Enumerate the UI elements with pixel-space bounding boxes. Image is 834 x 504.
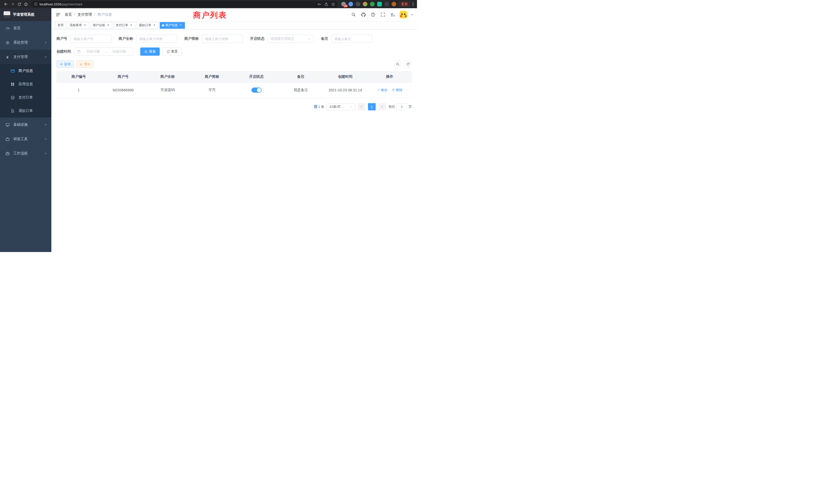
sidebar-item-system[interactable]: 系统管理 [0,36,51,50]
user-caret-down-icon[interactable]: ▾ [411,13,413,17]
sidebar-item-devtools[interactable]: 研发工具 [0,132,51,146]
close-icon[interactable]: × [83,24,87,27]
close-icon[interactable]: × [153,24,156,27]
remark-input[interactable] [331,35,372,43]
sidebar-item-home[interactable]: 首页 [0,21,51,36]
profile-avatar-icon[interactable] [392,2,396,6]
reload-icon[interactable] [16,1,23,7]
reset-button[interactable]: 重置 [162,47,182,56]
back-icon[interactable] [3,1,9,7]
short-name-input[interactable] [202,35,243,43]
search-button[interactable]: 搜索 [140,47,160,56]
navbar-actions: TT ▾ [351,11,413,19]
sidebar-logo[interactable]: 芋道管理系统 [0,8,51,21]
remark-input-native[interactable] [334,37,369,41]
help-icon[interactable] [370,12,376,18]
date-range-separator: - [106,50,107,54]
close-icon[interactable]: × [106,24,110,27]
export-button-label: 导出 [84,62,90,66]
cell-merchant-id: 1 [57,83,101,98]
extension-icon[interactable] [363,2,368,6]
reset-button-label: 重置 [171,49,178,54]
extension-icon[interactable] [370,2,375,6]
extension-icon[interactable] [348,2,353,6]
password-key-icon[interactable] [317,2,321,6]
short-name-input-native[interactable] [205,37,240,41]
address-bar[interactable]: localhost:1024/pay/merchant [31,1,338,7]
sidebar-item-app-info[interactable]: 应用信息 [0,77,51,91]
breadcrumb-home[interactable]: 首页 [65,12,72,17]
next-page-button[interactable] [378,103,386,110]
hamburger-icon[interactable] [56,12,61,17]
col-actions: 操作 [368,71,412,83]
close-icon[interactable]: × [179,24,182,27]
add-button[interactable]: 新增 [57,61,74,68]
close-icon[interactable]: × [129,24,133,27]
edit-link[interactable]: 修改 [377,88,388,92]
toolbox-icon [5,137,10,141]
sidebar-item-refund-order[interactable]: 退款订单 [0,104,51,117]
sidebar-item-label: 工作流程 [13,151,41,156]
merchant-no-input[interactable] [70,35,111,43]
merchant-no-input-native[interactable] [73,37,108,41]
extension-icon[interactable] [356,2,360,6]
col-full-name: 商户全称 [145,71,190,83]
full-name-input[interactable] [136,35,177,43]
extension-icon[interactable] [377,2,382,6]
tab-home[interactable]: 首页 [55,22,66,29]
sidebar-item-payment[interactable]: ¥ 支付管理 [0,50,51,64]
logo-image [4,11,10,18]
prev-page-button[interactable] [358,103,366,110]
app-shell: 芋道管理系统 首页 系统管理 ¥ 支付管理 [0,8,417,252]
home-icon[interactable] [23,1,29,7]
export-button[interactable]: 导出 [76,61,93,68]
status-select[interactable]: 请选择开启状态 [267,35,314,43]
user-avatar[interactable] [399,11,407,19]
bookmark-star-icon[interactable] [331,2,335,6]
sidebar: 芋道管理系统 首页 系统管理 ¥ 支付管理 [0,8,51,252]
tab-refund-order[interactable]: 退款订单 × [137,22,158,29]
breadcrumb-payment[interactable]: 支付管理 [78,12,92,17]
tab-pay-order[interactable]: 支付订单 × [113,22,135,29]
share-icon[interactable] [324,2,328,6]
sidebar-item-infrastructure[interactable]: 基础设施 [0,117,51,132]
sidebar-item-label: 基础设施 [13,122,41,127]
chrome-update-button[interactable]: 更新 [399,1,410,7]
chevron-down-icon [44,138,47,141]
page-number-button[interactable]: 1 [368,103,376,110]
sidebar-item-label: 支付订单 [19,95,33,100]
full-name-input-native[interactable] [139,37,174,41]
fullscreen-icon[interactable] [380,12,386,18]
refresh-table-button[interactable] [404,60,412,68]
create-time-range-picker[interactable]: 开始日期 - 结束日期 [74,47,133,56]
extension-icon[interactable] [385,2,389,6]
col-create-time: 创建时间 [323,71,368,83]
field-label: 创建时间 [57,49,71,54]
url-text: localhost:1024/pay/merchant [40,2,315,6]
sidebar-item-merchant-info[interactable]: 商户信息 [0,64,51,77]
sidebar-item-label: 系统管理 [13,40,41,45]
tab-user-group[interactable]: 用户分组 × [90,22,112,29]
credit-card-icon [10,69,15,73]
extension-icon[interactable]: 10 [341,2,346,6]
goto-page-input[interactable] [397,103,407,110]
search-icon[interactable] [351,12,356,18]
page-unit-label: 页 [409,105,412,109]
status-toggle[interactable] [251,88,262,93]
tab-process-form[interactable]: 流程表单 × [67,22,89,29]
red-annotation-text: 商户列表 [193,10,227,21]
forward-icon[interactable] [9,1,16,7]
font-size-icon[interactable]: TT [390,12,395,18]
sidebar-item-label: 退款订单 [19,109,33,113]
delete-link[interactable]: 删除 [392,88,402,92]
github-icon[interactable] [360,12,366,18]
browser-menu-icon[interactable] [412,2,414,7]
field-status: 开启状态 请选择开启状态 [250,35,314,43]
tab-merchant-info[interactable]: 商户信息 × [160,22,185,29]
site-info-icon[interactable] [34,2,38,6]
sidebar-item-workflow[interactable]: 工作流程 [0,146,51,161]
page-size-select[interactable]: 10条/页 [327,103,355,110]
toggle-search-button[interactable] [394,60,401,68]
sidebar-item-pay-order[interactable]: 支付订单 [0,91,51,104]
edit-link-label: 修改 [381,88,388,92]
